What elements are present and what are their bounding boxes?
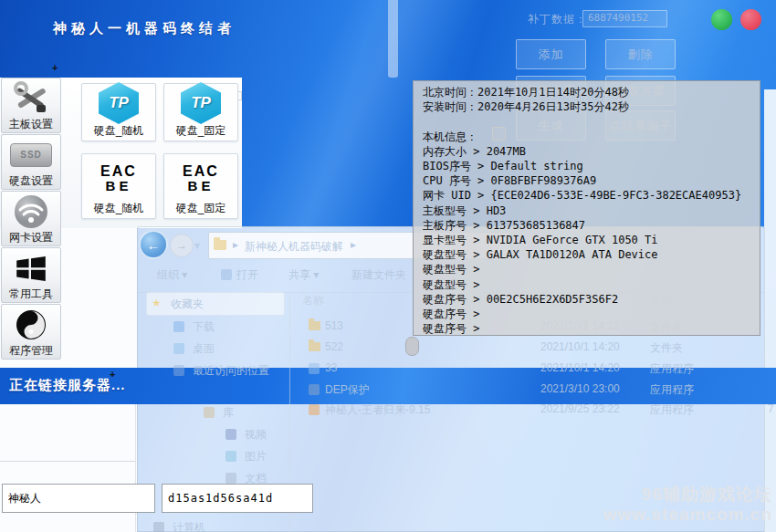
status-band: 正在链接服务器... [0, 368, 776, 404]
code-input[interactable] [162, 484, 313, 513]
info-line-17: 硬盘序号 > [423, 321, 479, 336]
info-line-7: CPU 序号 > 0F8BFBFF989376A9 [423, 173, 596, 188]
info-line-16: 硬盘序号 > [423, 307, 479, 321]
window-edge-highlight [388, 0, 398, 78]
info-line-6: BIOS序号 > Default string [423, 159, 583, 173]
system-info-panel: 北京时间：2021年10月1日14时20分48秒安装时间：2020年4月26日1… [413, 80, 760, 336]
screen: 正在链接服务器... ←→▾▸新神秘人机器码破解▸组织 ▾打开共享 ▾新建文件夹… [0, 0, 776, 532]
info-line-8: 网卡 UID > {ECE024D6-533E-49BE-9FC3-382ECA… [423, 188, 741, 203]
info-line-14: 硬盘型号 > [423, 277, 479, 292]
info-line-4: 本机信息： [423, 130, 477, 144]
info-line-9: 主板型号 > HD3 [423, 203, 506, 218]
background-window-strip [764, 89, 776, 532]
info-line-12: 硬盘型号 > GALAX TA1D0120A ATA Device [423, 247, 658, 262]
status-text: 正在链接服务器... [9, 377, 126, 394]
info-line-5: 内存大小 > 2047MB [423, 144, 526, 159]
info-line-1: 北京时间：2021年10月1日14时20分48秒 [423, 85, 629, 99]
info-line-10: 主板序号 > 613753685136847 [423, 218, 585, 233]
info-line-13: 硬盘型号 > [423, 262, 479, 276]
username-input[interactable] [2, 484, 155, 513]
info-line-15: 硬盘序号 > 00E2C5H6E2X6D5F3S6F2 [423, 292, 618, 307]
info-line-11: 显卡型号 > NVIDIA GeForce GTX 1050 Ti [423, 233, 658, 247]
info-line-2: 安装时间：2020年4月26日13时35分42秒 [423, 99, 629, 114]
app-body-top [0, 78, 242, 228]
